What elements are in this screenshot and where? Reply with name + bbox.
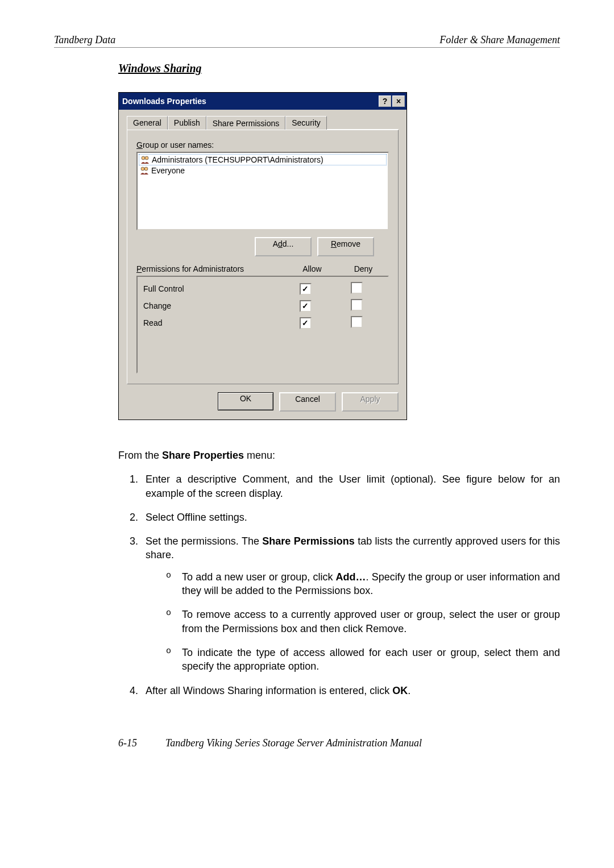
downloads-properties-dialog: Downloads Properties ? × General Publish… xyxy=(118,92,407,420)
tab-share-permissions[interactable]: Share Permissions xyxy=(206,116,286,130)
allow-full-checkbox[interactable]: ✓ xyxy=(300,283,312,295)
help-icon[interactable]: ? xyxy=(379,95,391,107)
col-deny: Deny xyxy=(338,264,389,273)
list-item: Set the permissions. The Share Permissio… xyxy=(141,534,560,673)
users-icon xyxy=(140,155,150,164)
text: menu: xyxy=(244,450,275,461)
group-label-text: roup or user names: xyxy=(143,140,214,149)
page-number: 6-15 xyxy=(118,737,137,749)
tab-panel: Group or user names: Administrators (TEC… xyxy=(127,130,399,384)
btn-text: emove xyxy=(337,239,360,248)
ordered-list: Enter a descriptive Comment, and the Use… xyxy=(118,472,560,697)
footer-title: Tandberg Viking Series Storage Server Ad… xyxy=(165,737,422,749)
ok-button[interactable]: OK xyxy=(218,392,273,410)
remove-button[interactable]: Remove xyxy=(317,237,374,256)
perm-row-full-control: Full Control ✓ xyxy=(140,280,385,297)
btn-text: A xyxy=(273,239,278,248)
text: Set the permissions. The xyxy=(146,535,262,547)
list-item: Enter a descriptive Comment, and the Use… xyxy=(141,472,560,500)
tab-strip: General Publish Share Permissions Securi… xyxy=(127,115,399,130)
user-item-everyone[interactable]: Everyone xyxy=(139,165,387,176)
svg-point-1 xyxy=(145,156,148,160)
user-item-label: Administrators (TECHSUPPORT\Administrato… xyxy=(152,155,323,164)
list-item: After all Windows Sharing information is… xyxy=(141,684,560,697)
header-divider xyxy=(54,47,560,48)
header-left: Tandberg Data xyxy=(54,34,115,46)
deny-read-checkbox[interactable] xyxy=(351,316,363,328)
group-or-user-label: Group or user names: xyxy=(136,140,389,149)
btn-text: d... xyxy=(283,239,293,248)
allow-change-checkbox[interactable]: ✓ xyxy=(300,300,312,312)
section-title: Windows Sharing xyxy=(118,62,560,75)
intro-line: From the Share Properties menu: xyxy=(118,448,560,462)
permissions-header: Permissions for Administrators Allow Den… xyxy=(136,264,389,273)
apply-button: Apply xyxy=(342,392,399,412)
user-item-administrators[interactable]: Administrators (TECHSUPPORT\Administrato… xyxy=(139,154,387,165)
deny-change-checkbox[interactable] xyxy=(351,299,363,311)
header-right: Folder & Share Management xyxy=(439,34,560,46)
perm-header-text: ermissions for Administrators xyxy=(142,264,244,273)
list-item: To indicate the type of access allowed f… xyxy=(166,646,560,674)
text-bold: Share Properties xyxy=(162,450,244,461)
group-label-mnemonic: G xyxy=(136,140,143,149)
svg-point-0 xyxy=(142,156,145,160)
perm-name: Read xyxy=(143,318,280,327)
permissions-box: Full Control ✓ Change ✓ Read ✓ xyxy=(136,276,389,373)
users-icon xyxy=(140,166,149,175)
list-item: Select Offline settings. xyxy=(141,510,560,524)
dialog-title: Downloads Properties xyxy=(122,97,206,106)
text-bold: OK xyxy=(392,685,408,696)
perm-header-mnemonic: P xyxy=(136,264,142,273)
perm-name: Full Control xyxy=(143,284,280,293)
perm-row-change: Change ✓ xyxy=(140,297,385,314)
text-bold: Add… xyxy=(336,571,366,583)
close-icon[interactable]: × xyxy=(392,95,405,107)
list-item: To add a new user or group, click Add…. … xyxy=(166,570,560,598)
page-footer: 6-15 Tandberg Viking Series Storage Serv… xyxy=(118,737,560,749)
allow-read-checkbox[interactable]: ✓ xyxy=(300,317,312,329)
text: To add a new user or group, click xyxy=(182,571,336,583)
document-body: From the Share Properties menu: Enter a … xyxy=(118,448,560,697)
btn-mnemonic: d xyxy=(278,239,283,248)
col-allow: Allow xyxy=(287,264,338,273)
cancel-button[interactable]: Cancel xyxy=(279,392,336,412)
group-user-listbox[interactable]: Administrators (TECHSUPPORT\Administrato… xyxy=(136,152,389,230)
btn-mnemonic: R xyxy=(331,239,337,248)
dialog-titlebar: Downloads Properties ? × xyxy=(119,93,406,110)
deny-full-checkbox[interactable] xyxy=(351,282,363,294)
svg-point-3 xyxy=(144,167,148,171)
svg-point-2 xyxy=(141,167,144,171)
text: . xyxy=(408,685,410,696)
tab-publish[interactable]: Publish xyxy=(168,116,206,130)
list-item: To remove access to a currently approved… xyxy=(166,608,560,636)
perm-name: Change xyxy=(143,301,280,310)
text-bold: Share Permissions xyxy=(262,535,354,547)
user-item-label: Everyone xyxy=(151,166,185,175)
sub-list: To add a new user or group, click Add…. … xyxy=(146,570,560,674)
tab-security[interactable]: Security xyxy=(285,116,327,130)
add-button[interactable]: Add... xyxy=(255,237,312,256)
text: From the xyxy=(118,450,162,461)
perm-row-read: Read ✓ xyxy=(140,314,385,331)
text: After all Windows Sharing information is… xyxy=(146,685,392,696)
tab-general[interactable]: General xyxy=(127,116,168,130)
